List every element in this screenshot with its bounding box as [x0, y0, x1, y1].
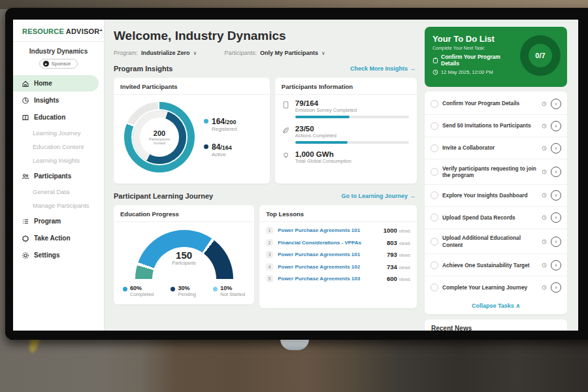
survey-icon: [282, 99, 291, 122]
task-row[interactable]: Confirm Your Program Details ›: [425, 93, 567, 115]
todo-title: Your To Do List: [433, 34, 520, 44]
recent-news-heading: Recent News: [431, 325, 561, 331]
clock-icon: [542, 263, 547, 268]
sidebar-item-participants[interactable]: Participants: [13, 168, 99, 184]
sidebar-item-learning-insights[interactable]: Learning Insights: [13, 154, 104, 167]
sidebar-item-settings[interactable]: Settings: [13, 247, 99, 263]
task-checkbox[interactable]: [431, 261, 438, 269]
task-checkbox[interactable]: [431, 214, 438, 221]
lesson-row: 2 Financial Considerations - VPPAs 803 v…: [259, 237, 417, 249]
sidebar-item-label: Settings: [34, 252, 59, 259]
task-row[interactable]: Verify participants requesting to join t…: [425, 159, 567, 185]
arrow-right-icon: →: [410, 65, 416, 72]
task-checkbox[interactable]: [431, 122, 438, 130]
task-checkbox[interactable]: [431, 284, 438, 291]
bulb-icon: [282, 150, 291, 167]
education-total: 150: [135, 250, 233, 261]
sidebar-item-label: Home: [34, 80, 52, 87]
sidebar-item-program[interactable]: Program: [13, 213, 99, 229]
go-to-learning-journey-link[interactable]: Go to Learning Journey→: [341, 193, 416, 199]
sidebar-item-home[interactable]: Home: [13, 75, 99, 91]
todo-progress-ring: 0/7: [520, 35, 561, 76]
lesson-link[interactable]: Financial Considerations - VPPAs: [278, 240, 382, 246]
leaf-icon: [282, 125, 291, 148]
completed-dot-icon: [123, 287, 127, 291]
education-progress-card: Education Progress 150 Participants 60% …: [114, 205, 254, 304]
task-row[interactable]: Explore Your Insights Dashboard ›: [425, 185, 567, 207]
clipboard-icon: [433, 57, 438, 63]
task-row[interactable]: Achieve One Sustainability Target ›: [425, 254, 567, 276]
chevron-down-icon[interactable]: ∨: [193, 50, 197, 56]
sidebar-item-learning-journey[interactable]: Learning Journey: [13, 126, 104, 140]
task-checkbox[interactable]: [431, 144, 438, 152]
home-icon: [21, 79, 29, 88]
invited-total: 200: [154, 129, 165, 137]
not-started-dot-icon: [213, 287, 218, 291]
invited-donut-outer: 200 Participants Invited: [124, 102, 195, 172]
program-filter[interactable]: Program: Industrialize Zero ∨: [114, 50, 197, 56]
clock-icon: [433, 69, 438, 75]
sidebar-item-label: Education: [34, 114, 65, 121]
main-content: Welcome, Industry Dynamics Program: Indu…: [105, 20, 423, 331]
legend-registered: 164/200 Registered: [204, 117, 237, 132]
actions-bar-fill: [295, 141, 348, 144]
task-row[interactable]: Upload Additional Educational Content ›: [425, 229, 567, 255]
collapse-tasks-link[interactable]: Collapse Tasks ∧: [425, 298, 567, 313]
rank-chip: 1: [266, 227, 273, 234]
sidebar-item-label: Participants: [34, 172, 71, 180]
sponsor-icon: ●: [43, 61, 49, 67]
task-checkbox[interactable]: [431, 191, 438, 199]
task-open-button[interactable]: ›: [551, 99, 561, 109]
rank-chip: 2: [266, 239, 273, 246]
participants-filter-value: Only My Participants: [260, 50, 318, 56]
rank-chip: 5: [266, 275, 273, 282]
sidebar-item-take-action[interactable]: Take Action: [13, 230, 99, 246]
recent-news-card: Recent News: [425, 319, 567, 331]
invited-donut-center: 200 Participants Invited: [140, 118, 179, 157]
task-row[interactable]: Upload Spend Data Records ›: [425, 207, 567, 229]
task-row[interactable]: Invite a Collaborator ›: [425, 137, 567, 159]
book-icon: [21, 113, 29, 122]
app-logo[interactable]: RESOURCE ADVISOR+: [13, 27, 104, 41]
rank-chip: 4: [266, 263, 273, 270]
sidebar-item-education-content[interactable]: Education Content: [13, 140, 104, 154]
lesson-link[interactable]: Power Purchase Agreements 103: [278, 276, 382, 282]
sidebar-item-education[interactable]: Education: [13, 109, 99, 125]
lesson-link[interactable]: Power Purchase Agreements 101: [278, 227, 379, 233]
task-open-button[interactable]: ›: [551, 237, 561, 247]
todo-column: Your To Do List Complete Your Next Task:…: [423, 20, 578, 331]
lesson-link[interactable]: Power Purchase Agreements 102: [278, 264, 382, 270]
task-open-button[interactable]: ›: [551, 121, 561, 131]
task-open-button[interactable]: ›: [551, 260, 561, 270]
sidebar-item-insights[interactable]: Insights: [13, 92, 99, 108]
task-row[interactable]: Send 50 Invitations to Participants ›: [425, 115, 567, 137]
task-open-button[interactable]: ›: [551, 282, 561, 293]
chevron-down-icon[interactable]: ∨: [321, 50, 325, 56]
logo-plus: +: [99, 27, 103, 33]
page-title: Welcome, Industry Dynamics: [114, 29, 417, 43]
lesson-row: 1 Power Purchase Agreements 101 1000 vie…: [259, 224, 417, 237]
caret-up-icon: ∧: [515, 302, 520, 309]
check-more-insights-link[interactable]: Check More Insights→: [350, 65, 416, 72]
task-checkbox[interactable]: [431, 100, 438, 108]
task-open-button[interactable]: ›: [551, 167, 561, 177]
task-row[interactable]: Complete Your Learning Journey ›: [425, 276, 567, 298]
task-open-button[interactable]: ›: [551, 190, 561, 201]
task-open-button[interactable]: ›: [551, 212, 561, 223]
participants-filter[interactable]: Participants: Only My Participants ∨: [224, 50, 325, 56]
program-filter-label: Program:: [114, 50, 138, 56]
task-checkbox[interactable]: [431, 238, 438, 246]
card-title: Invited Participants: [114, 78, 270, 95]
task-open-button[interactable]: ›: [551, 143, 561, 154]
todo-next-task: Confirm Your Program Details: [441, 54, 520, 67]
stat-consumption: 1,000 GWh Total Global Consumption: [282, 150, 409, 167]
survey-bar-fill: [295, 116, 350, 118]
lesson-link[interactable]: Power Purchase Agreements 101: [278, 252, 382, 257]
org-name: Industry Dynamics: [13, 48, 104, 55]
sponsor-badge[interactable]: ● Sponsor: [39, 59, 78, 69]
task-checkbox[interactable]: [431, 168, 438, 176]
clock-icon: [542, 146, 547, 151]
sidebar-item-manage-participants[interactable]: Manage Participants: [13, 199, 104, 212]
sidebar-item-general-data[interactable]: General Data: [13, 185, 104, 199]
program-filter-value: Industrialize Zero: [141, 50, 190, 56]
